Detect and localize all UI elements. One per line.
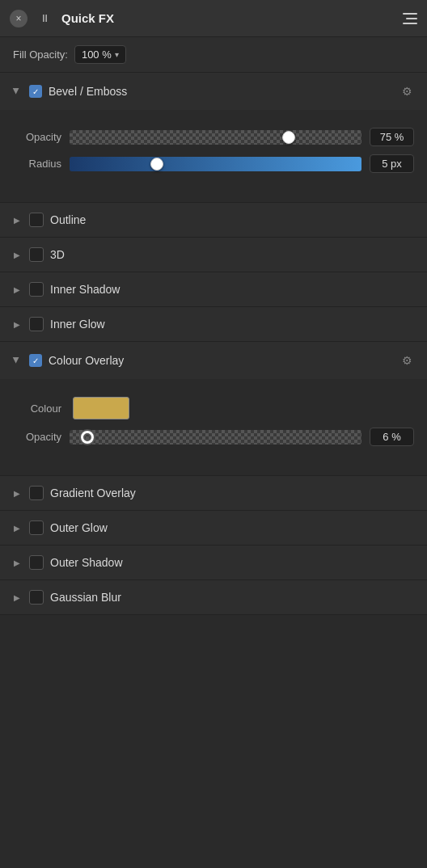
fill-opacity-value: 100 % — [82, 48, 112, 61]
colour-picker-row: Colour — [13, 397, 414, 419]
fill-opacity-dropdown-arrow: ▾ — [115, 50, 119, 59]
section-gaussian-blur: ▶ Gaussian Blur — [0, 580, 427, 615]
pause-icon: ⏸ — [40, 12, 50, 24]
section-outer-shadow: ▶ Outer Shadow — [0, 546, 427, 580]
opacity-slider-track[interactable] — [70, 130, 361, 145]
section-header-3d[interactable]: ▶ 3D — [0, 238, 427, 272]
opacity-slider-thumb[interactable] — [282, 131, 295, 144]
chevron-colour-overlay: ▶ — [11, 355, 23, 366]
section-header-inner-shadow[interactable]: ▶ Inner Shadow — [0, 272, 427, 306]
menu-line-2 — [406, 18, 417, 19]
fill-opacity-control[interactable]: 100 % ▾ — [74, 45, 126, 64]
color-swatch-gradient-overlay — [29, 486, 44, 500]
color-swatch-inner-shadow — [29, 282, 44, 297]
section-header-outer-glow[interactable]: ▶ Outer Glow — [0, 511, 427, 545]
color-swatch-3d — [29, 247, 44, 262]
menu-button[interactable] — [398, 9, 417, 28]
colour-overlay-opacity-thumb[interactable] — [81, 431, 94, 444]
section-3d: ▶ 3D — [0, 238, 427, 272]
section-colour-overlay: ▶ ✓ Colour Overlay ⚙ Colour Opacity 6 % — [0, 342, 427, 476]
section-header-outer-shadow[interactable]: ▶ Outer Shadow — [0, 546, 427, 579]
section-inner-shadow: ▶ Inner Shadow — [0, 272, 427, 307]
section-bevel-emboss: ▶ ✓ Bevel / Emboss ⚙ Opacity 75 % Radius… — [0, 73, 427, 203]
checkbox-bevel-emboss[interactable]: ✓ — [29, 85, 42, 98]
section-content-colour-overlay: Colour Opacity 6 % — [0, 379, 427, 475]
color-swatch-outer-glow — [29, 520, 44, 535]
section-outer-glow: ▶ Outer Glow — [0, 511, 427, 546]
color-swatch-gaussian-blur — [29, 590, 44, 605]
section-header-gaussian-blur[interactable]: ▶ Gaussian Blur — [0, 580, 427, 614]
colour-overlay-opacity-value[interactable]: 6 % — [370, 428, 414, 446]
opacity-value[interactable]: 75 % — [370, 128, 414, 146]
fill-opacity-row: Fill Opacity: 100 % ▾ — [0, 37, 427, 73]
section-title-gaussian-blur: Gaussian Blur — [50, 591, 416, 604]
close-button[interactable]: × — [10, 10, 27, 27]
colour-overlay-opacity-label: Opacity — [13, 431, 61, 443]
close-icon: × — [15, 13, 21, 24]
chevron-outer-glow: ▶ — [11, 522, 23, 533]
section-title-outline: Outline — [50, 213, 416, 226]
colour-overlay-opacity-track[interactable] — [70, 430, 361, 445]
section-inner-glow: ▶ Inner Glow — [0, 307, 427, 342]
header-left: × ⏸ Quick FX — [10, 10, 114, 27]
color-swatch-outline — [29, 213, 44, 227]
chevron-outer-shadow: ▶ — [11, 557, 23, 568]
radius-label: Radius — [13, 158, 61, 170]
menu-line-3 — [403, 23, 417, 24]
section-gradient-overlay: ▶ Gradient Overlay — [0, 476, 427, 511]
section-header-gradient-overlay[interactable]: ▶ Gradient Overlay — [0, 476, 427, 510]
chevron-gaussian-blur: ▶ — [11, 592, 23, 603]
chevron-bevel-emboss: ▶ — [11, 86, 23, 97]
chevron-inner-shadow: ▶ — [11, 284, 23, 295]
section-header-outline[interactable]: ▶ Outline — [0, 203, 427, 237]
chevron-outline: ▶ — [11, 214, 23, 225]
checkbox-colour-overlay[interactable]: ✓ — [29, 354, 42, 367]
colour-swatch[interactable] — [73, 397, 129, 419]
section-title-colour-overlay: Colour Overlay — [49, 354, 391, 367]
section-title-inner-glow: Inner Glow — [50, 318, 416, 331]
pause-button[interactable]: ⏸ — [36, 10, 53, 27]
panel-title: Quick FX — [61, 11, 114, 25]
section-title-inner-shadow: Inner Shadow — [50, 283, 416, 296]
gear-colour-overlay[interactable]: ⚙ — [398, 352, 416, 369]
radius-slider-thumb[interactable] — [150, 158, 163, 171]
fill-opacity-label: Fill Opacity: — [13, 48, 68, 61]
section-title-outer-shadow: Outer Shadow — [50, 556, 416, 569]
chevron-gradient-overlay: ▶ — [11, 487, 23, 499]
section-header-bevel-emboss[interactable]: ▶ ✓ Bevel / Emboss ⚙ — [0, 73, 427, 110]
color-swatch-inner-glow — [29, 317, 44, 331]
gear-bevel-emboss[interactable]: ⚙ — [398, 82, 416, 100]
chevron-3d: ▶ — [11, 249, 23, 260]
colour-overlay-opacity-slider-row: Opacity 6 % — [13, 428, 414, 446]
radius-value[interactable]: 5 px — [370, 154, 414, 173]
section-title-outer-glow: Outer Glow — [50, 521, 416, 534]
menu-line-1 — [403, 13, 417, 15]
colour-label: Colour — [13, 402, 61, 415]
section-header-colour-overlay[interactable]: ▶ ✓ Colour Overlay ⚙ — [0, 342, 427, 379]
radius-slider-track[interactable] — [70, 157, 361, 171]
panel-header: × ⏸ Quick FX — [0, 0, 427, 37]
opacity-slider-row: Opacity 75 % — [13, 128, 414, 146]
section-outline: ▶ Outline — [0, 203, 427, 238]
radius-slider-row: Radius 5 px — [13, 154, 414, 173]
section-title-gradient-overlay: Gradient Overlay — [50, 487, 416, 499]
color-swatch-outer-shadow — [29, 555, 44, 570]
section-content-bevel-emboss: Opacity 75 % Radius 5 px — [0, 110, 427, 202]
section-title-bevel-emboss: Bevel / Emboss — [49, 85, 391, 98]
opacity-label: Opacity — [13, 131, 61, 143]
section-title-3d: 3D — [50, 248, 416, 261]
section-header-inner-glow[interactable]: ▶ Inner Glow — [0, 307, 427, 341]
chevron-inner-glow: ▶ — [11, 318, 23, 330]
